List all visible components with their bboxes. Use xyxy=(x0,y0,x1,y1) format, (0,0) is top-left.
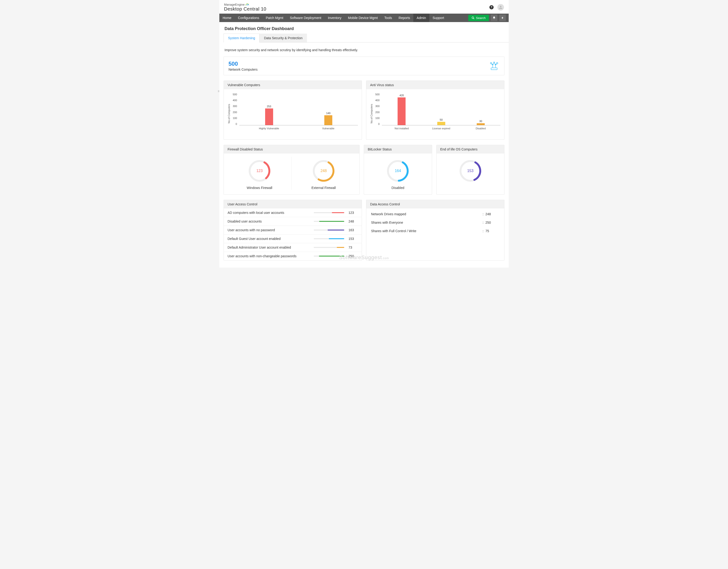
donut-caption: External Firewall xyxy=(292,186,356,190)
card-title: Anti Virus status xyxy=(366,81,504,89)
donut-wrap[interactable]: 123Windows Firewall xyxy=(228,157,291,190)
nav-item-support[interactable]: Support xyxy=(429,14,447,22)
main-nav: HomeConfigurationsPatch MgmtSoftware Dep… xyxy=(219,14,509,22)
panel-collapse-handle[interactable] xyxy=(218,86,219,96)
nav-item-reports[interactable]: Reports xyxy=(395,14,413,22)
donut-wrap[interactable]: 153 xyxy=(440,157,501,183)
uac-value: 153 xyxy=(349,237,358,241)
nav-item-home[interactable]: Home xyxy=(219,14,235,22)
uac-row[interactable]: Default Guest User account enabled153 xyxy=(224,234,362,243)
dac-row: Network Drives mapped:248 xyxy=(368,210,502,218)
uac-row[interactable]: Default Administrator User account enabl… xyxy=(224,243,362,252)
bar-col[interactable]: 149Vulnerable xyxy=(299,93,358,125)
svg-line-10 xyxy=(493,63,494,65)
bar-value-label: 30 xyxy=(479,120,482,123)
uac-label: AD computers with local user accounts xyxy=(228,211,314,215)
network-icon xyxy=(489,62,500,70)
uac-bar xyxy=(314,212,344,213)
firewall-status-card: Firewall Disabled Status 123Windows Fire… xyxy=(224,145,360,195)
nav-item-inventory[interactable]: Inventory xyxy=(325,14,345,22)
dac-value: 250 xyxy=(485,221,500,225)
dac-value: 248 xyxy=(485,212,500,216)
donut-value: 164 xyxy=(386,159,410,183)
tab-data-security-protection[interactable]: Data Security & Protection xyxy=(259,34,307,42)
svg-rect-2 xyxy=(491,68,497,70)
bar xyxy=(398,97,406,125)
summary-label: Network Computers xyxy=(228,68,258,71)
uac-row[interactable]: User accounts with non-changeable passwo… xyxy=(224,252,362,260)
dac-label: Network Drives mapped xyxy=(371,212,481,216)
bar-category-label: Not installed xyxy=(395,127,409,130)
uac-bar xyxy=(314,256,344,257)
vulnerable-computers-card: Vulnerable Computers No.of Computers5004… xyxy=(224,81,362,140)
eol-os-card: End of life OS Computers 153 xyxy=(436,145,505,195)
uac-value: 163 xyxy=(349,228,358,232)
bar-category-label: Vulnerable xyxy=(322,127,334,130)
app-header: ManageEngine Desktop Central 10 ? xyxy=(219,0,509,14)
nav-item-software-deployment[interactable]: Software Deployment xyxy=(287,14,325,22)
y-axis-label: No.of Computers xyxy=(228,93,230,135)
uac-bar xyxy=(314,238,344,239)
data-access-control-card: Data Access Control Network Drives mappe… xyxy=(366,200,504,261)
donut-wrap[interactable]: 164Disabled xyxy=(368,157,428,190)
bar xyxy=(324,115,332,125)
tab-system-hardening[interactable]: System Hardening xyxy=(224,34,259,43)
brand-bottom: Desktop Central 10 xyxy=(224,6,266,12)
user-avatar[interactable] xyxy=(497,4,504,11)
antivirus-status-card: Anti Virus status No.of Computers5004003… xyxy=(366,81,504,140)
nav-item-mobile-device-mgmt[interactable]: Mobile Device Mgmt xyxy=(345,14,381,22)
uac-bar xyxy=(314,247,344,248)
page-title: Data Protection Officer Dashboard xyxy=(219,22,509,34)
dac-label: Shares with Everyone xyxy=(371,221,481,225)
notifications-button[interactable] xyxy=(491,15,497,21)
svg-point-4 xyxy=(494,62,495,63)
card-title: BitLocker Status xyxy=(364,145,432,154)
nav-item-configurations[interactable]: Configurations xyxy=(235,14,262,22)
bar-col[interactable]: 253Highly Vulnerable xyxy=(239,93,298,125)
nav-item-tools[interactable]: Tools xyxy=(381,14,395,22)
svg-point-3 xyxy=(490,62,492,64)
y-ticks: 5004003002001000 xyxy=(375,93,379,125)
card-title: Firewall Disabled Status xyxy=(224,145,359,154)
card-title: End of life OS Computers xyxy=(437,145,504,154)
bolt-icon xyxy=(501,16,504,19)
chart-plot-area: 420Not installed50License expired30Disab… xyxy=(382,93,500,125)
user-access-control-card: User Access Control AD computers with lo… xyxy=(224,200,362,261)
quick-action-button[interactable] xyxy=(499,15,506,21)
bitlocker-status-card: BitLocker Status 164Disabled xyxy=(364,145,432,195)
chart-plot-area: 253Highly Vulnerable149Vulnerable xyxy=(239,93,358,125)
uac-row[interactable]: User accounts with no password163 xyxy=(224,226,362,234)
brand-swoosh-icon xyxy=(245,3,249,6)
svg-line-1 xyxy=(473,18,474,19)
bar-col[interactable]: 420Not installed xyxy=(382,93,421,125)
summary-card: 500 Network Computers xyxy=(224,57,504,75)
svg-point-0 xyxy=(472,17,474,19)
bar-value-label: 253 xyxy=(267,105,271,108)
bar-col[interactable]: 30Disabled xyxy=(461,93,500,125)
intro-text: Improve system security and network scru… xyxy=(224,47,504,57)
uac-label: Default Guest User account enabled xyxy=(228,237,314,241)
donut-value: 123 xyxy=(248,159,271,183)
search-button[interactable]: Search xyxy=(468,15,489,21)
nav-item-patch-mgmt[interactable]: Patch Mgmt xyxy=(263,14,287,22)
tab-bar: System HardeningData Security & Protecti… xyxy=(224,34,509,43)
uac-value: 248 xyxy=(349,220,358,223)
uac-row[interactable]: AD computers with local user accounts123 xyxy=(224,209,362,217)
donut-wrap[interactable]: 248External Firewall xyxy=(291,157,356,190)
uac-value: 250 xyxy=(349,254,358,258)
bar-value-label: 50 xyxy=(440,118,443,121)
bar-category-label: Highly Vulnerable xyxy=(259,127,279,130)
search-icon xyxy=(472,16,475,19)
uac-label: Disabled user accounts xyxy=(228,220,314,223)
dac-row: Shares with Full Control / Write:75 xyxy=(368,227,502,235)
bar xyxy=(477,123,485,125)
uac-row[interactable]: Disabled user accounts248 xyxy=(224,217,362,226)
bar xyxy=(437,122,445,125)
summary-value: 500 xyxy=(228,61,258,67)
donut-caption: Disabled xyxy=(368,186,428,190)
donut-value: 248 xyxy=(312,159,335,183)
nav-item-admin[interactable]: Admin xyxy=(413,14,429,22)
bar-col[interactable]: 50License expired xyxy=(422,93,461,125)
help-icon[interactable]: ? xyxy=(489,5,494,9)
brand-top: ManageEngine xyxy=(224,3,244,6)
